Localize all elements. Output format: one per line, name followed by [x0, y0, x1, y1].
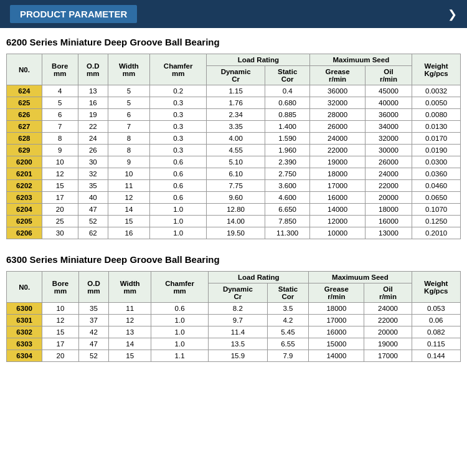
table-cell: 26000	[365, 156, 412, 168]
table-cell: 62	[78, 227, 108, 239]
table-row-no: 627	[7, 121, 42, 133]
table-cell: 8	[108, 145, 149, 156]
table-row-no: 6200	[7, 156, 42, 168]
table-cell: 34000	[365, 121, 412, 133]
table-row: 62992680.34.551.96022000300000.0190	[7, 145, 461, 156]
chevron-icon[interactable]: ❯	[448, 7, 457, 21]
section-6200: 6200 Series Miniature Deep Groove Ball B…	[0, 28, 467, 245]
table-row: 63001035110.68.23.518000240000.053	[7, 303, 461, 315]
table-cell: 52	[78, 216, 108, 227]
table-cell: 20000	[365, 192, 412, 204]
table-cell: 10000	[310, 227, 365, 239]
table-cell: 0.082	[412, 326, 460, 338]
table-cell: 0.6	[151, 303, 209, 315]
col-width: Widthmm	[108, 54, 149, 85]
table-cell: 3.35	[207, 121, 265, 133]
table-cell: 0.6	[149, 168, 206, 180]
table-cell: 6	[42, 109, 78, 121]
table-cell: 30	[42, 227, 78, 239]
table-cell: 0.0360	[412, 168, 461, 180]
col-max-seed-2: Maximuum Seed	[309, 272, 412, 283]
col-oil-2: Oilr/min	[364, 283, 412, 303]
table-row: 63011237121.09.74.217000220000.06	[7, 315, 461, 326]
table-cell: 0.0300	[412, 156, 461, 168]
table-cell: 24000	[310, 133, 365, 145]
table-cell: 1.590	[265, 133, 310, 145]
table-cell: 2.750	[265, 168, 310, 180]
table-cell: 13000	[365, 227, 412, 239]
table-row: 62031740120.69.604.60016000200000.0650	[7, 192, 461, 204]
table-cell: 22	[78, 121, 108, 133]
table-cell: 7	[108, 121, 149, 133]
table-cell: 32000	[310, 97, 365, 109]
table-row-no: 6202	[7, 180, 42, 192]
table-cell: 13	[78, 85, 108, 97]
table-cell: 0.6	[149, 180, 206, 192]
table-cell: 1.0	[149, 216, 206, 227]
table-row-no: 6204	[7, 204, 42, 216]
table-cell: 5.45	[267, 326, 309, 338]
table-cell: 5	[108, 97, 149, 109]
table-cell: 7.9	[267, 350, 309, 362]
col-bore: Boremm	[42, 54, 78, 85]
table-cell: 15	[42, 326, 78, 338]
table-cell: 17000	[310, 180, 365, 192]
table-cell: 5	[108, 85, 149, 97]
table-cell: 12	[109, 315, 151, 326]
table-cell: 30000	[365, 145, 412, 156]
table-cell: 28000	[310, 109, 365, 121]
table-cell: 40000	[365, 97, 412, 109]
col-oil: Oilr/min	[365, 66, 412, 85]
table-cell: 36000	[310, 85, 365, 97]
table-cell: 19.50	[207, 227, 265, 239]
table-cell: 0.885	[265, 109, 310, 121]
table-cell: 30	[78, 156, 108, 168]
table-row-no: 6301	[7, 315, 42, 326]
table-cell: 5	[42, 97, 78, 109]
table-cell: 0.053	[412, 303, 460, 315]
header-title: PRODUCT PARAMETER	[10, 5, 137, 23]
table-cell: 12000	[310, 216, 365, 227]
table-cell: 18000	[365, 204, 412, 216]
table-cell: 9	[42, 145, 78, 156]
col-bore-2: Boremm	[42, 272, 78, 303]
table-cell: 0.3	[149, 109, 206, 121]
table-cell: 0.3	[149, 133, 206, 145]
table-cell: 8	[108, 133, 149, 145]
table-row-no: 6206	[7, 227, 42, 239]
table-cell: 15	[108, 216, 149, 227]
table-cell: 16000	[365, 216, 412, 227]
table-cell: 11	[108, 180, 149, 192]
table-cell: 10	[108, 168, 149, 180]
col-no-2: N0.	[7, 272, 42, 303]
table-cell: 14.00	[207, 216, 265, 227]
table-cell: 0.0170	[412, 133, 461, 145]
table-cell: 0.2	[149, 85, 206, 97]
table-cell: 1.0	[151, 326, 209, 338]
table-row: 63031747141.013.56.5515000190000.115	[7, 338, 461, 350]
table-cell: 17	[42, 338, 78, 350]
table-row: 62441350.21.150.436000450000.0032	[7, 85, 461, 97]
table-row-no: 6302	[7, 326, 42, 338]
table-cell: 2.390	[265, 156, 310, 168]
table-cell: 26	[78, 145, 108, 156]
table-cell: 14000	[309, 350, 364, 362]
table-cell: 9	[108, 156, 149, 168]
table-cell: 47	[78, 204, 108, 216]
col-load-rating-2: Load Rating	[209, 272, 309, 283]
table-cell: 17000	[309, 315, 364, 326]
table-cell: 11	[109, 303, 151, 315]
table-cell: 14000	[310, 204, 365, 216]
col-width-2: Widthmm	[109, 272, 151, 303]
table-cell: 1.0	[151, 315, 209, 326]
table-row-no: 6201	[7, 168, 42, 180]
table-cell: 0.0080	[412, 109, 461, 121]
col-static-cor: StaticCor	[265, 66, 310, 85]
table-cell: 16	[108, 227, 149, 239]
table-cell: 22000	[364, 315, 412, 326]
col-weight: WeightKg/pcs	[412, 54, 461, 85]
table-row: 62551650.31.760.68032000400000.0050	[7, 97, 461, 109]
table-cell: 4.600	[265, 192, 310, 204]
table-cell: 1.400	[265, 121, 310, 133]
table-cell: 42	[78, 326, 109, 338]
